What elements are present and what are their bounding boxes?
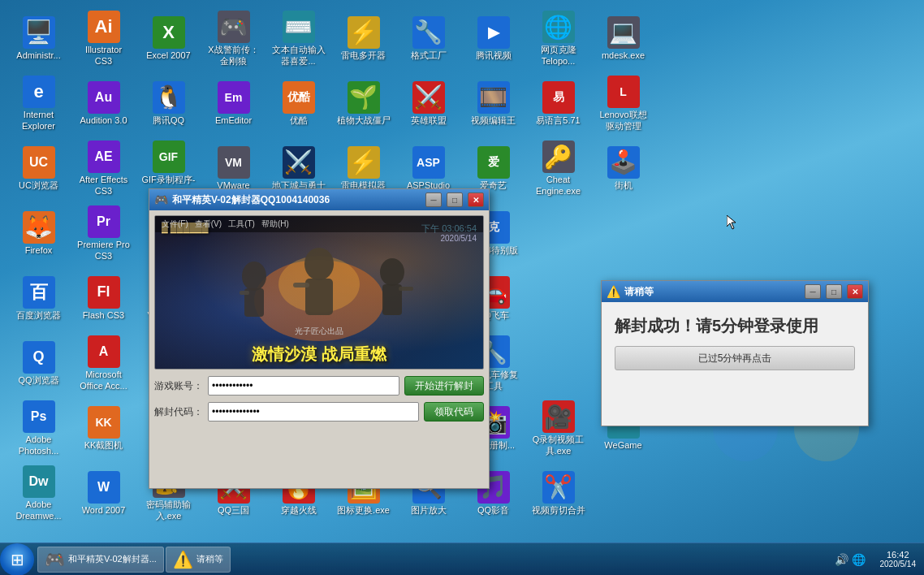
icon-firefox[interactable]: 🦊 Firefox	[8, 203, 69, 264]
icon-ms-office[interactable]: A Microsoft Office Acc...	[73, 333, 134, 394]
icon-excel[interactable]: X Excel 2007	[138, 8, 199, 69]
window-hpjy-close[interactable]: ✕	[468, 192, 484, 207]
notif-icon-2: 🌐	[852, 553, 866, 566]
mouse-cursor	[727, 215, 736, 230]
icon-after-effects[interactable]: AE After Effects CS3	[73, 138, 134, 199]
account-row: 游戏账号： 开始进行解封	[154, 376, 484, 396]
icon-flash[interactable]: Fl Flash CS3	[73, 268, 134, 329]
icon-kk-img[interactable]: KK KK截图机	[73, 398, 134, 459]
taskbar-items: 🎮 和平精英V-02解封器... ⚠️ 请稍等	[34, 547, 828, 573]
code-input[interactable]	[208, 402, 419, 422]
notification-area[interactable]: 🔊 🌐	[828, 553, 872, 566]
window-hpjy-content: 文件(F) 查看(V) 工具(T) 帮助(H) █ ██████ 下午 03:0…	[149, 210, 489, 488]
banner-slogan: 激情沙漠 战局重燃	[252, 344, 386, 365]
svg-rect-10	[399, 287, 413, 291]
icon-video-editor[interactable]: 🎞️ 视频编辑王	[463, 73, 524, 134]
icon-arcade[interactable]: 🕹️ 街机	[593, 138, 654, 199]
icon-dreamweaver[interactable]: Dw Adobe Dreamwe...	[8, 463, 69, 524]
code-row: 解封代码： 领取代码	[154, 402, 484, 422]
icon-illustrator[interactable]: Ai Illustrator CS3	[73, 8, 134, 69]
window-hpjy-titlebar[interactable]: 🎮 和平精英V-02解封器QQ1004140036 ─ □ ✕	[149, 189, 489, 210]
window-success-icon: ⚠️	[607, 285, 620, 298]
taskbar: ⊞ 🎮 和平精英V-02解封器... ⚠️ 请稍等 🔊 🌐 16:42 2020…	[0, 543, 924, 575]
banner-menu-view[interactable]: 查看(V)	[195, 218, 222, 230]
icon-ps[interactable]: Ps Adobe Photosh...	[8, 398, 69, 459]
success-ok-button[interactable]: 已过5分钟再点击	[615, 346, 855, 370]
banner-menu-tools[interactable]: 工具(T)	[228, 218, 255, 230]
window-hpjy-maximize[interactable]: □	[447, 192, 463, 207]
icon-cheat[interactable]: 🔑 Cheat Engine.exe	[528, 138, 589, 199]
window-hpjy-title: 和平精英V-02解封器QQ1004140036	[172, 193, 421, 207]
taskbar-item-success-icon: ⚠️	[173, 550, 193, 569]
taskbar-clock[interactable]: 16:42 2020/5/14	[872, 550, 925, 569]
game-banner: 文件(F) 查看(V) 工具(T) 帮助(H) █ ██████ 下午 03:0…	[154, 215, 484, 370]
window-success-maximize[interactable]: □	[826, 284, 842, 299]
icon-qq[interactable]: 🐧 腾讯QQ	[138, 73, 199, 134]
success-content: 解封成功！请5分钟登录使用 已过5分钟再点击	[602, 302, 868, 426]
icon-mdesk[interactable]: 💻 mdesk.exe	[593, 8, 654, 69]
clock-time: 16:42	[880, 550, 917, 560]
svg-point-2	[242, 262, 266, 291]
svg-rect-6	[305, 279, 333, 315]
desktop: 🖥️ Administr... Ai Illustrator CS3 X Exc…	[0, 0, 924, 575]
icon-ie[interactable]: e Internet Explorer	[8, 73, 69, 134]
taskbar-item-hpjy[interactable]: 🎮 和平精英V-02解封器...	[37, 547, 164, 573]
code-label: 解封代码：	[154, 405, 203, 419]
svg-point-5	[304, 248, 334, 280]
icon-video-cut[interactable]: ✂️ 视频剪切合并	[528, 463, 589, 524]
taskbar-item-hpjy-icon: 🎮	[45, 550, 65, 569]
success-message: 解封成功！请5分钟登录使用	[615, 315, 855, 336]
clock-date: 2020/5/14	[880, 560, 917, 569]
icon-audition[interactable]: Au Audition 3.0	[73, 73, 134, 134]
icon-lenovo[interactable]: L Lenovo联想驱动管理	[593, 73, 654, 134]
svg-point-8	[380, 258, 404, 286]
window-hpjy: 🎮 和平精英V-02解封器QQ1004140036 ─ □ ✕ 文件(F) 查看…	[149, 188, 490, 489]
icon-plants[interactable]: 🌱 植物大战僵尸	[333, 73, 394, 134]
window-hpjy-icon: 🎮	[154, 193, 167, 206]
icon-emeditor[interactable]: Em EmEditor	[203, 73, 264, 134]
banner-menubar: 文件(F) 查看(V) 工具(T) 帮助(H)	[155, 216, 483, 232]
icon-youku[interactable]: 优酷 优酷	[268, 73, 329, 134]
icon-xjz[interactable]: 🎮 X战警前传：金刚狼	[203, 8, 264, 69]
notif-icon-1: 🔊	[835, 553, 848, 566]
window-success-close[interactable]: ✕	[847, 284, 863, 299]
start-unseal-button[interactable]: 开始进行解封	[404, 376, 484, 396]
account-label: 游戏账号：	[154, 379, 203, 393]
banner-menu-help[interactable]: 帮助(H)	[261, 218, 289, 230]
taskbar-item-success[interactable]: ⚠️ 请稍等	[166, 547, 231, 573]
icon-easy-lang[interactable]: 易 易语言5.71	[528, 73, 589, 134]
svg-rect-4	[240, 291, 249, 295]
get-code-button[interactable]: 领取代码	[424, 402, 484, 422]
icon-uc[interactable]: UC UC浏览器	[8, 138, 69, 199]
account-input[interactable]	[208, 376, 399, 396]
taskbar-item-success-label: 请稍等	[196, 553, 223, 565]
svg-rect-7	[293, 283, 309, 288]
icon-league[interactable]: ⚔️ 英雄联盟	[398, 73, 459, 134]
icon-administrator[interactable]: 🖥️ Administr...	[8, 8, 69, 69]
banner-menu-file[interactable]: 文件(F)	[162, 218, 188, 230]
icon-premiere[interactable]: Pr Premiere Pro CS3	[73, 203, 134, 264]
window-hpjy-minimize[interactable]: ─	[425, 192, 442, 207]
icon-word2007[interactable]: W Word 2007	[73, 463, 134, 524]
window-success-titlebar[interactable]: ⚠️ 请稍等 ─ □ ✕	[602, 281, 868, 302]
start-button[interactable]: ⊞	[0, 543, 34, 576]
icon-baidu[interactable]: 百 百度浏览器	[8, 268, 69, 329]
svg-marker-11	[727, 215, 736, 229]
taskbar-item-hpjy-label: 和平精英V-02解封器...	[68, 553, 157, 565]
window-success: ⚠️ 请稍等 ─ □ ✕ 解封成功！请5分钟登录使用 已过5分钟再点击	[601, 280, 869, 426]
icon-text-auto[interactable]: ⌨️ 文本自动输入器喜爱...	[268, 8, 329, 69]
window-success-title: 请稍等	[624, 285, 800, 299]
icon-qqbrowser[interactable]: Q QQ浏览器	[8, 333, 69, 394]
icon-tencent-video[interactable]: ▶ 腾讯视频	[463, 8, 524, 69]
banner-brand: 光子匠心出品	[295, 326, 343, 337]
icon-record-video2[interactable]: 🎥 Q录制视频工具.exe	[528, 398, 589, 459]
icon-format-factory[interactable]: 🔧 格式工厂	[398, 8, 459, 69]
icon-thunder[interactable]: ⚡ 雷电多开器	[333, 8, 394, 69]
icon-webpage[interactable]: 🌐 网页克隆Telopo...	[528, 8, 589, 69]
window-success-minimize[interactable]: ─	[805, 284, 821, 299]
